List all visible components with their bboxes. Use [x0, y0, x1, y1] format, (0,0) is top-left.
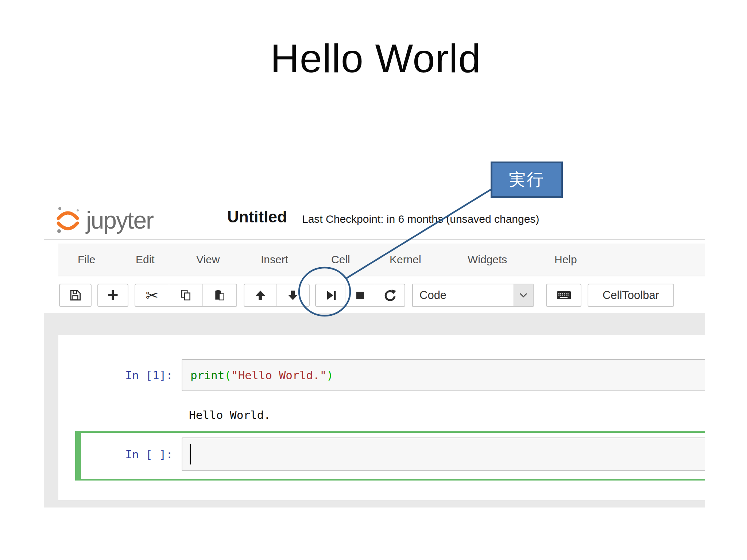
menu-widgets[interactable]: Widgets — [468, 244, 507, 276]
code-token-close-paren: ) — [326, 369, 333, 382]
command-palette-button[interactable] — [546, 284, 581, 307]
run-button-group — [315, 284, 405, 307]
edit-button-group: ✂ — [135, 284, 237, 307]
code-token-open-paren: ( — [224, 369, 231, 382]
notebook-title[interactable]: Untitled — [227, 208, 287, 226]
copy-icon — [180, 289, 192, 302]
stop-icon — [354, 289, 366, 302]
menu-kernel[interactable]: Kernel — [390, 244, 421, 276]
cut-icon: ✂ — [146, 287, 158, 304]
text-cursor — [190, 444, 191, 464]
celltoolbar-label: CellToolbar — [603, 289, 659, 302]
menu-bar: File Edit View Insert Cell Kernel Widget… — [58, 244, 705, 276]
menu-view[interactable]: View — [196, 244, 220, 276]
cell-type-select[interactable]: Code — [412, 284, 534, 307]
cell1-input-prompt: In [1]: — [95, 359, 182, 391]
paste-cells-button[interactable] — [202, 284, 236, 306]
keyboard-icon — [556, 290, 572, 301]
insert-cell-below-button[interactable]: + — [97, 284, 128, 307]
celltoolbar-button[interactable]: CellToolbar — [588, 284, 674, 307]
slide-title: Hello World — [0, 35, 747, 81]
code-token-string: "Hello World." — [231, 369, 326, 382]
move-cell-up-button[interactable] — [244, 284, 276, 306]
chevron-down-icon — [519, 293, 527, 298]
checkpoint-status: Last Checkpoint: in 6 months (unsaved ch… — [302, 213, 539, 225]
jupyter-logo-text: jupyter — [86, 205, 153, 236]
interrupt-kernel-button[interactable] — [345, 284, 375, 306]
arrow-down-icon — [287, 289, 299, 301]
restart-kernel-button[interactable] — [375, 284, 405, 306]
save-icon — [69, 289, 82, 302]
save-button[interactable] — [59, 284, 92, 307]
menu-file[interactable]: File — [78, 244, 95, 276]
cell2-input-prompt: In [ ]: — [95, 438, 182, 471]
callout-text: 実行 — [509, 168, 545, 191]
menu-help[interactable]: Help — [554, 244, 577, 276]
plus-icon: + — [107, 285, 118, 304]
select-strip — [514, 284, 533, 306]
menu-insert[interactable]: Insert — [261, 244, 288, 276]
callout-run-label: 実行 — [491, 162, 563, 198]
code-token-print: print — [190, 369, 224, 382]
menu-cell[interactable]: Cell — [331, 244, 350, 276]
header-divider — [44, 239, 705, 240]
run-icon — [324, 289, 337, 302]
move-cell-down-button[interactable] — [276, 284, 309, 306]
run-cell-button[interactable] — [316, 284, 345, 306]
cut-cells-button[interactable]: ✂ — [135, 284, 169, 306]
copy-cells-button[interactable] — [169, 284, 203, 306]
cell1-output-text: Hello World. — [189, 408, 271, 423]
jupyter-logo-icon — [55, 205, 81, 236]
cell1-code-input[interactable]: print("Hello World.") — [182, 359, 705, 391]
cell2-code-input[interactable] — [182, 438, 705, 471]
cell-type-value: Code — [419, 284, 446, 306]
jupyter-notebook-screenshot: jupyter Untitled Last Checkpoint: in 6 m… — [44, 197, 705, 509]
restart-icon — [383, 289, 396, 302]
arrow-up-icon — [255, 289, 266, 301]
menu-edit[interactable]: Edit — [136, 244, 155, 276]
jupyter-logo[interactable]: jupyter — [55, 205, 153, 236]
move-button-group — [244, 284, 310, 307]
paste-icon — [213, 289, 226, 302]
